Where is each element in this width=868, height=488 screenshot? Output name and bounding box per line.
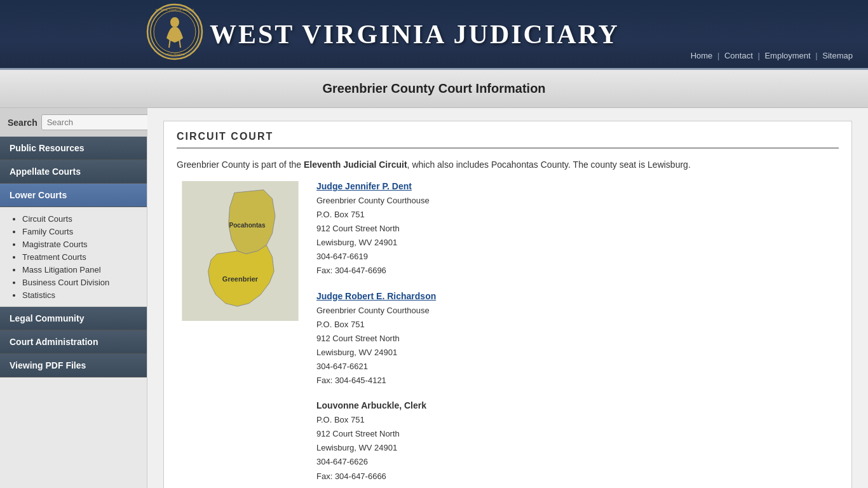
judge-name-link[interactable]: Judge Jennifer P. Dent [316, 181, 839, 191]
top-navigation: Home | Contact | Employment | Sitemap [688, 51, 855, 60]
county-map: Pocahontas Greenbrier [177, 181, 304, 321]
sidebar-item-public-resources[interactable]: Public Resources [0, 137, 147, 160]
sidebar-item-legal-community[interactable]: Legal Community [0, 307, 147, 330]
sidebar-item-appellate-courts[interactable]: Appellate Courts [0, 160, 147, 184]
svg-text:Pocahontas: Pocahontas [229, 222, 266, 229]
judges-info: Judge Jennifer P. DentGreenbrier County … [316, 181, 839, 488]
search-input[interactable] [41, 114, 159, 130]
sitemap-link[interactable]: Sitemap [822, 51, 853, 60]
sidebar-subitem-treatment-courts[interactable]: Treatment Courts [22, 252, 86, 262]
map-area: Pocahontas Greenbrier [177, 181, 304, 323]
lower-courts-subnav: Circuit CourtsFamily CourtsMagistrate Co… [0, 207, 147, 307]
logo: WEST VIRGINIA SUPREME COURT OF APPEALS [146, 3, 203, 60]
sidebar: Search 🔍 Public Resources Appellate Cour… [0, 108, 147, 488]
circuit-court-title: CIRCUIT COURT [177, 131, 839, 149]
home-link[interactable]: Home [691, 51, 713, 60]
sidebar-item-court-admin[interactable]: Court Administration [0, 330, 147, 354]
sidebar-item-pdf-files[interactable]: Viewing PDF Files [0, 354, 147, 377]
circuit-court-section: CIRCUIT COURT Greenbrier County is part … [163, 121, 852, 488]
svg-text:Greenbrier: Greenbrier [222, 275, 259, 283]
judge-address: Greenbrier County CourthouseP.O. Box 751… [316, 304, 839, 388]
sidebar-subitem-statistics[interactable]: Statistics [22, 290, 55, 300]
contact-link[interactable]: Contact [724, 51, 753, 60]
sidebar-subitem-magistrate-courts[interactable]: Magistrate Courts [22, 240, 88, 249]
clerk-address: P.O. Box 751912 Court Street NorthLewisb… [316, 413, 839, 483]
judge-address: Greenbrier County CourthouseP.O. Box 751… [316, 194, 839, 278]
content-area: CIRCUIT COURT Greenbrier County is part … [147, 108, 868, 488]
search-label: Search [8, 118, 37, 128]
search-area: Search 🔍 [0, 108, 147, 137]
sidebar-subitem-family-courts[interactable]: Family Courts [22, 227, 73, 236]
employment-link[interactable]: Employment [764, 51, 810, 60]
sub-nav-list: Circuit CourtsFamily CourtsMagistrate Co… [13, 212, 140, 301]
svg-point-3 [170, 17, 179, 27]
map-judges-layout: Pocahontas Greenbrier Judge Jennifer P. … [177, 181, 839, 488]
site-title: WEST VIRGINIA JUDICIARY [210, 19, 620, 50]
intro-text: Greenbrier County is part of the Elevent… [177, 158, 839, 172]
main-layout: Search 🔍 Public Resources Appellate Cour… [0, 108, 868, 488]
clerk-name: Louvonne Arbuckle, Clerk [316, 400, 839, 410]
sidebar-subitem-business-court-division[interactable]: Business Court Division [22, 278, 109, 287]
judge-entry: Judge Robert E. RichardsonGreenbrier Cou… [316, 291, 839, 388]
sidebar-subitem-circuit-courts[interactable]: Circuit Courts [22, 214, 72, 224]
header: WEST VIRGINIA SUPREME COURT OF APPEALS W… [0, 0, 868, 70]
svg-text:SUPREME COURT OF APPEALS: SUPREME COURT OF APPEALS [156, 8, 194, 11]
svg-text:WEST VIRGINIA: WEST VIRGINIA [165, 53, 184, 56]
page-title: Greenbrier County Court Information [0, 70, 868, 108]
judge-name-link[interactable]: Judge Robert E. Richardson [316, 291, 839, 301]
judge-entry: Judge Jennifer P. DentGreenbrier County … [316, 181, 839, 278]
clerk-entry: Louvonne Arbuckle, ClerkP.O. Box 751912 … [316, 400, 839, 483]
sidebar-subitem-mass-litigation-panel[interactable]: Mass Litigation Panel [22, 265, 101, 274]
sidebar-item-lower-courts[interactable]: Lower Courts [0, 184, 147, 207]
